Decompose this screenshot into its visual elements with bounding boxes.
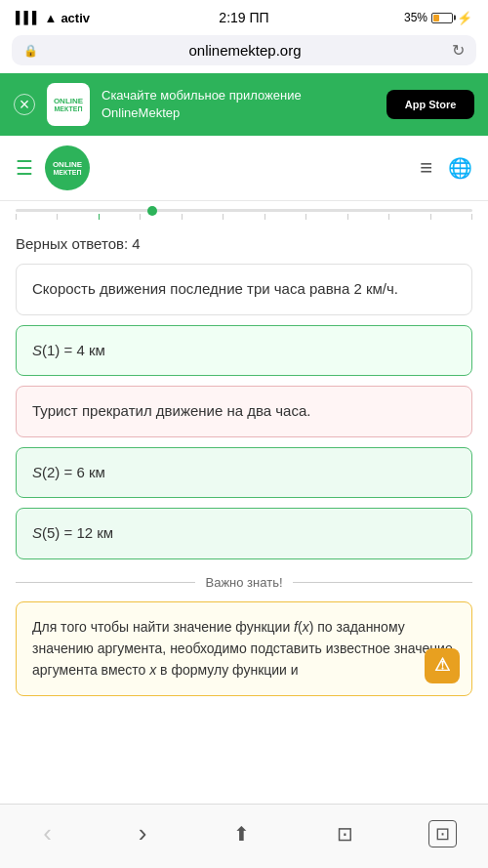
battery-icon xyxy=(431,13,453,23)
tick-4 xyxy=(140,214,141,220)
answer-text-3: Турист прекратил движение на два часа. xyxy=(32,402,310,419)
wifi-icon: ▲ xyxy=(45,11,58,25)
answer-card-4[interactable]: S(2) = 6 км xyxy=(16,447,472,499)
address-bar[interactable]: 🔒 onlinemektep.org ↻ xyxy=(12,35,476,65)
list-view-icon[interactable]: ≡ xyxy=(420,155,432,181)
status-time: 2:19 ПП xyxy=(219,10,268,25)
answer-text-4: S(2) = 6 км xyxy=(32,464,105,480)
lock-icon: 🔒 xyxy=(23,44,38,58)
promo-banner: × ONLINE МЕКТЕП Скачайте мобильное прило… xyxy=(0,73,488,136)
url-text: onlinemektep.org xyxy=(44,42,446,59)
charging-icon: ⚡ xyxy=(457,11,472,25)
tick-9 xyxy=(347,214,348,220)
answer-card-2[interactable]: S(1) = 4 км xyxy=(16,325,472,377)
answer-card-1[interactable]: Скорость движения последние три часа рав… xyxy=(16,264,472,315)
divider-left xyxy=(16,582,195,583)
battery-status: 35% ⚡ xyxy=(404,11,472,25)
tick-1 xyxy=(16,214,17,220)
answer-card-3[interactable]: Турист прекратил движение на два часа. xyxy=(16,386,472,437)
tick-6 xyxy=(223,214,224,220)
warning-badge: ⚠ xyxy=(425,648,460,683)
signal-bars: ▌▌▌ xyxy=(16,11,41,24)
logo-line1: ONLINE xyxy=(53,161,82,169)
logo-line2: МЕКТЕП xyxy=(54,169,82,176)
tick-11 xyxy=(430,214,431,220)
answer-card-5[interactable]: S(5) = 12 км xyxy=(16,508,472,559)
warning-icon: ⚠ xyxy=(434,651,450,680)
tick-8 xyxy=(305,214,306,220)
promo-logo-line1: ONLINE xyxy=(54,98,83,105)
carrier-signal: ▌▌▌ ▲ activ xyxy=(16,11,90,25)
hamburger-icon[interactable]: ☰ xyxy=(16,156,33,180)
site-logo[interactable]: ONLINE МЕКТЕП xyxy=(45,145,90,190)
promo-text: Скачайте мобильное приложение OnlineMekt… xyxy=(102,87,375,122)
divider-label: Важно знать! xyxy=(205,575,282,590)
tick-3 xyxy=(99,214,100,220)
answer-text-1: Скорость движения последние три часа рав… xyxy=(32,280,398,297)
promo-logo: ONLINE МЕКТЕП xyxy=(47,83,90,126)
content-area: Верных ответов: 4 Скорость движения посл… xyxy=(0,224,488,708)
tick-7 xyxy=(264,214,265,220)
promo-close-button[interactable]: × xyxy=(14,94,35,115)
progress-slider[interactable] xyxy=(0,201,488,224)
important-card: Для того чтобы найти значение функции f(… xyxy=(16,601,472,696)
browser-forward-button[interactable]: › xyxy=(127,814,159,852)
slider-track xyxy=(16,209,472,212)
browser-bottom-bar: ‹ › ⬆ ⊡ ⊡ xyxy=(0,804,488,868)
nav-right: ≡ 🌐 xyxy=(420,155,472,181)
important-divider: Важно знать! xyxy=(16,575,472,590)
promo-logo-line2: МЕКТЕП xyxy=(55,105,83,112)
answer-text-5: S(5) = 12 км xyxy=(32,524,113,541)
answer-text-2: S(1) = 4 км xyxy=(32,342,105,358)
nav-left: ☰ ONLINE МЕКТЕП xyxy=(16,145,90,190)
tick-12 xyxy=(471,214,472,220)
reload-button[interactable]: ↻ xyxy=(452,41,465,60)
carrier-name: activ xyxy=(61,11,90,25)
browser-bookmark-button[interactable]: ⊡ xyxy=(325,818,365,849)
browser-share-button[interactable]: ⬆ xyxy=(222,818,262,849)
browser-back-button[interactable]: ‹ xyxy=(31,814,63,852)
correct-count: Верных ответов: 4 xyxy=(16,235,472,252)
tick-10 xyxy=(388,214,389,220)
nav-bar: ☰ ONLINE МЕКТЕП ≡ 🌐 xyxy=(0,136,488,201)
globe-icon[interactable]: 🌐 xyxy=(448,156,472,180)
tick-5 xyxy=(182,214,183,220)
battery-percent: 35% xyxy=(404,11,427,24)
slider-thumb xyxy=(147,206,157,216)
divider-right xyxy=(293,582,472,583)
important-section: Важно знать! Для того чтобы найти значен… xyxy=(16,575,472,696)
browser-tabs-button[interactable]: ⊡ xyxy=(428,820,457,847)
tick-2 xyxy=(57,214,58,220)
important-text: Для того чтобы найти значение функции f(… xyxy=(32,619,453,679)
slider-ticks xyxy=(16,214,472,220)
appstore-button[interactable]: App Store xyxy=(386,90,474,119)
status-bar: ▌▌▌ ▲ activ 2:19 ПП 35% ⚡ xyxy=(0,0,488,35)
appstore-label: App Store xyxy=(405,98,457,111)
